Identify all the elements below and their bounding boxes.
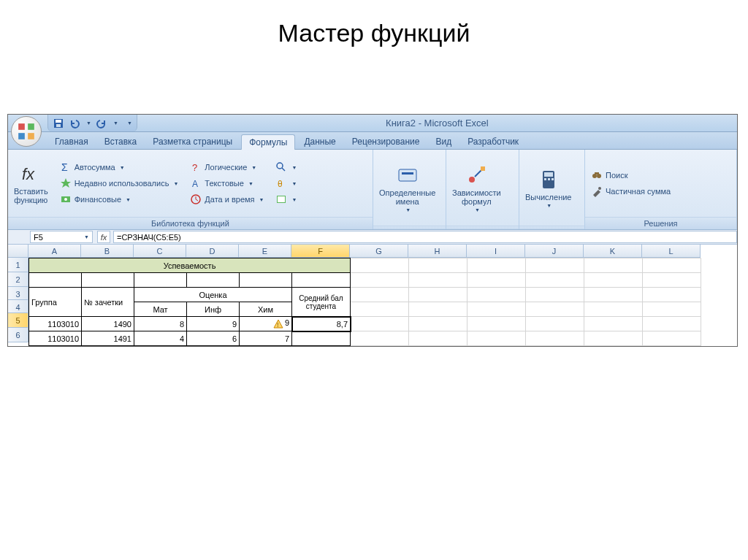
column-header-C[interactable]: C <box>134 245 186 258</box>
cell[interactable] <box>526 302 584 317</box>
logical-button[interactable]: ?Логические▼ <box>188 161 265 174</box>
cell[interactable]: 1103010 <box>29 317 82 331</box>
cell[interactable] <box>82 273 134 288</box>
calculation-button[interactable]: Вычисление▼ <box>519 150 578 226</box>
row-header-6[interactable]: 6 <box>8 328 28 342</box>
qat-customize-icon[interactable]: ▼ <box>127 120 132 126</box>
column-header-L[interactable]: L <box>642 245 701 258</box>
column-header-I[interactable]: I <box>467 245 525 258</box>
formula-input[interactable]: =СРЗНАЧ(C5:E5) <box>113 231 737 243</box>
cell-hdr-zach[interactable]: № зачетки <box>82 288 134 317</box>
save-icon[interactable] <box>53 118 64 129</box>
column-header-J[interactable]: J <box>525 245 584 258</box>
office-button[interactable] <box>11 116 42 147</box>
cell[interactable]: 9 <box>187 317 240 331</box>
redo-dropdown-icon[interactable]: ▼ <box>113 120 118 126</box>
active-cell[interactable]: 8,7 <box>292 317 351 331</box>
fx-button[interactable]: fx <box>97 231 110 243</box>
cell[interactable] <box>643 317 701 331</box>
cell[interactable]: 6 <box>187 331 240 346</box>
cell[interactable] <box>584 258 643 273</box>
lookup-button[interactable]: ▼ <box>274 161 298 174</box>
cell[interactable] <box>409 317 468 331</box>
cell[interactable] <box>468 317 526 331</box>
row-header-5[interactable]: 5 <box>8 313 28 328</box>
partial-sum-button[interactable]: Частичная сумма <box>589 185 672 198</box>
warning-icon[interactable]: ! <box>273 319 283 329</box>
more-functions-button[interactable]: ▼ <box>274 193 298 206</box>
cell[interactable] <box>643 273 701 288</box>
formula-auditing-button[interactable]: Зависимости формул▼ <box>446 150 507 226</box>
chevron-down-icon[interactable]: ▼ <box>84 234 89 239</box>
tab-developer[interactable]: Разработчик <box>460 134 526 149</box>
column-header-E[interactable]: E <box>239 245 291 258</box>
cell[interactable] <box>584 317 643 331</box>
cell[interactable] <box>468 288 526 302</box>
cell[interactable]: 4 <box>134 331 187 346</box>
cell[interactable] <box>351 288 409 302</box>
defined-names-button[interactable]: Определенные имена▼ <box>373 150 441 226</box>
financial-button[interactable]: Финансовые▼ <box>58 193 180 206</box>
cell[interactable]: 7 <box>240 331 292 346</box>
spreadsheet-grid[interactable]: ABCDEFGHIJKL 1 2 3 4 5 6 Успеваемость <box>8 245 737 346</box>
undo-icon[interactable] <box>69 118 80 129</box>
cell[interactable] <box>526 317 584 331</box>
tab-view[interactable]: Вид <box>428 134 459 149</box>
datetime-button[interactable]: Дата и время▼ <box>188 193 265 206</box>
cell[interactable] <box>409 331 468 346</box>
cell[interactable] <box>584 273 643 288</box>
redo-icon[interactable] <box>96 118 107 129</box>
cell-hdr-avg[interactable]: Средний бал студента <box>292 288 351 317</box>
row-header-3[interactable]: 3 <box>8 287 28 300</box>
column-header-K[interactable]: K <box>584 245 642 258</box>
tab-review[interactable]: Рецензирование <box>345 134 427 149</box>
column-header-H[interactable]: H <box>408 245 467 258</box>
cell[interactable] <box>468 331 526 346</box>
cell[interactable] <box>643 258 701 273</box>
tab-page-layout[interactable]: Разметка страницы <box>145 134 240 149</box>
cell[interactable]: !9 <box>240 317 292 331</box>
cell[interactable] <box>187 273 240 288</box>
autosum-button[interactable]: ΣАвтосумма▼ <box>58 161 180 174</box>
math-button[interactable]: θ▼ <box>274 177 298 190</box>
cell[interactable] <box>643 331 701 346</box>
tab-formulas[interactable]: Формулы <box>241 134 295 150</box>
cell[interactable] <box>292 331 351 346</box>
cell[interactable] <box>468 302 526 317</box>
cell-hdr-group[interactable]: Группа <box>29 288 82 317</box>
cell[interactable] <box>409 288 468 302</box>
recent-button[interactable]: Недавно использовались▼ <box>58 177 180 190</box>
insert-function-button[interactable]: fx Вставить функцию <box>8 150 54 217</box>
cell[interactable] <box>409 258 468 273</box>
cell[interactable] <box>351 331 409 346</box>
cell[interactable] <box>240 273 292 288</box>
column-header-A[interactable]: A <box>28 245 81 258</box>
cell[interactable] <box>526 331 584 346</box>
cell[interactable]: 8 <box>134 317 187 331</box>
cell[interactable] <box>468 273 526 288</box>
cell[interactable]: 1491 <box>82 331 134 346</box>
cell[interactable]: 1490 <box>82 317 134 331</box>
cell-hdr-grade[interactable]: Оценка <box>134 288 292 302</box>
column-header-D[interactable]: D <box>186 245 239 258</box>
cell-title[interactable]: Успеваемость <box>29 258 351 273</box>
cell[interactable] <box>29 273 82 288</box>
solver-search-button[interactable]: Поиск <box>589 169 672 182</box>
tab-insert[interactable]: Вставка <box>97 134 145 149</box>
tab-data[interactable]: Данные <box>297 134 343 149</box>
cell[interactable] <box>351 302 409 317</box>
cell[interactable] <box>643 288 701 302</box>
text-button[interactable]: AТекстовые▼ <box>188 177 265 190</box>
column-header-F[interactable]: F <box>291 245 350 258</box>
cell[interactable] <box>584 302 643 317</box>
cell-hdr-inf[interactable]: Инф <box>187 302 240 317</box>
cell[interactable] <box>584 288 643 302</box>
row-header-1[interactable]: 1 <box>8 258 28 272</box>
cell[interactable] <box>351 258 409 273</box>
column-header-B[interactable]: B <box>81 245 134 258</box>
cell[interactable] <box>526 288 584 302</box>
cell[interactable] <box>526 258 584 273</box>
cell[interactable] <box>409 302 468 317</box>
cell[interactable] <box>526 273 584 288</box>
cell[interactable] <box>643 302 701 317</box>
